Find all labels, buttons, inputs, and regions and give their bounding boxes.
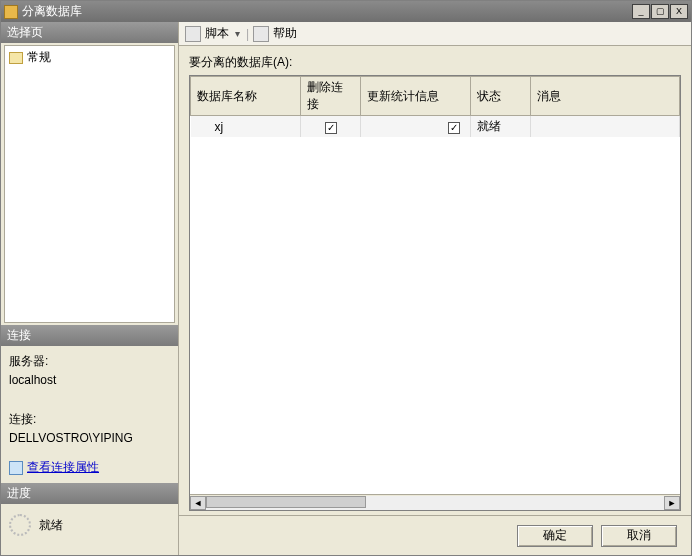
scroll-thumb[interactable] [206,496,366,508]
cancel-button[interactable]: 取消 [601,525,677,547]
connection-block: 服务器: localhost 连接: DELLVOSTRO\YIPING 查看连… [1,346,178,483]
grid-header-row: 数据库名称 删除连接 更新统计信息 状态 消息 [191,77,680,116]
scroll-left-icon[interactable]: ◄ [190,496,206,510]
grid-empty-area [190,137,680,494]
page-list: 常规 [4,45,175,323]
cell-status: 就绪 [471,116,531,138]
script-dropdown-icon[interactable]: ▾ [233,28,242,39]
col-drop[interactable]: 删除连接 [301,77,361,116]
titlebar[interactable]: 分离数据库 _ ▢ X [1,1,691,22]
help-button[interactable]: 帮助 [273,25,297,42]
horizontal-scrollbar[interactable]: ◄ ► [190,494,680,510]
cell-update-checkbox[interactable]: ✓ [361,116,471,138]
script-button[interactable]: 脚本 [205,25,229,42]
ok-button[interactable]: 确定 [517,525,593,547]
server-label: 服务器: [9,352,170,371]
window-title: 分离数据库 [22,3,632,20]
maximize-button[interactable]: ▢ [651,4,669,19]
grid: 数据库名称 删除连接 更新统计信息 状态 消息 xj ✓ ✓ [189,75,681,511]
progress-spinner-icon [9,514,31,536]
server-value: localhost [9,371,170,390]
scroll-track[interactable] [206,496,664,510]
page-icon [9,52,23,64]
scroll-right-icon[interactable]: ► [664,496,680,510]
footer: 确定 取消 [179,515,691,555]
progress-block: 就绪 [1,504,178,546]
connection-header: 连接 [1,325,178,346]
view-connection-label[interactable]: 查看连接属性 [27,458,99,477]
help-icon [253,26,269,42]
col-dbname[interactable]: 数据库名称 [191,77,301,116]
minimize-button[interactable]: _ [632,4,650,19]
body-area: 选择页 常规 连接 服务器: localhost 连接: DELLVOSTRO\… [1,22,691,555]
view-connection-link[interactable]: 查看连接属性 [9,458,170,477]
app-icon [4,5,18,19]
table-row[interactable]: xj ✓ ✓ 就绪 [191,116,680,138]
grid-label: 要分离的数据库(A): [189,54,681,71]
conn-label: 连接: [9,410,170,429]
cell-dbname: xj [191,116,301,138]
pages-header: 选择页 [1,22,178,43]
conn-value: DELLVOSTRO\YIPING [9,429,170,448]
page-item-general[interactable]: 常规 [7,48,172,67]
script-icon [185,26,201,42]
progress-header: 进度 [1,483,178,504]
dialog-window: 分离数据库 _ ▢ X 选择页 常规 连接 服务器: localhost 连接:… [0,0,692,556]
link-icon [9,461,23,475]
right-pane: 脚本 ▾ | 帮助 要分离的数据库(A): 数据库名称 [179,22,691,555]
cell-drop-checkbox[interactable]: ✓ [301,116,361,138]
window-controls: _ ▢ X [632,4,688,19]
col-status[interactable]: 状态 [471,77,531,116]
progress-status: 就绪 [39,517,63,534]
col-update[interactable]: 更新统计信息 [361,77,471,116]
cell-message [531,116,680,138]
grid-table: 数据库名称 删除连接 更新统计信息 状态 消息 xj ✓ ✓ [190,76,680,137]
page-item-label: 常规 [27,49,51,66]
left-pane: 选择页 常规 连接 服务器: localhost 连接: DELLVOSTRO\… [1,22,179,555]
content-area: 要分离的数据库(A): 数据库名称 删除连接 更新统计信息 状态 [179,46,691,515]
toolbar: 脚本 ▾ | 帮助 [179,22,691,46]
col-message[interactable]: 消息 [531,77,680,116]
close-button[interactable]: X [670,4,688,19]
